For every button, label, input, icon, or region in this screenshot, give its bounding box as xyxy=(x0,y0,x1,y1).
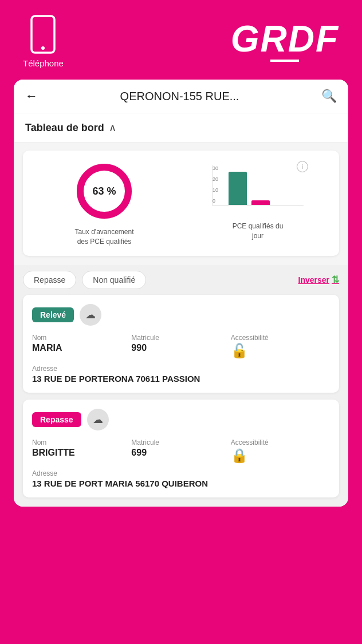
nom-value-1: MARIA xyxy=(32,343,131,353)
non-qualifie-filter-button[interactable]: Non qualifié xyxy=(82,271,146,289)
matricule-value-2: 699 xyxy=(131,448,230,458)
repasse-filter-button[interactable]: Repasse xyxy=(23,271,76,289)
chevron-up-icon: ∧ xyxy=(109,121,116,134)
matricule-label-1: Matricule xyxy=(131,334,230,342)
badge-repasse: Repasse xyxy=(32,412,81,427)
item-card-top-1: Relevé ☁ xyxy=(32,304,330,326)
matricule-block-2: Matricule 699 xyxy=(131,438,230,464)
back-button[interactable]: ← xyxy=(25,89,38,104)
section-header[interactable]: Tableau de bord ∧ xyxy=(14,113,348,143)
top-bar: ← QERONON-155 RUE... 🔍 xyxy=(14,80,348,113)
accessibilite-block-2: Accessibilité 🔒 xyxy=(231,438,330,464)
list-area: Relevé ☁ Nom MARIA Matricule 990 Accessi… xyxy=(14,295,348,507)
address-section-1: Adresse 13 RUE DE PORTERONA 70611 PASSIO… xyxy=(32,365,330,384)
bar-teal xyxy=(229,172,247,205)
matricule-block-1: Matricule 990 xyxy=(131,334,230,359)
lock-open-icon-1: 🔓 xyxy=(231,343,330,359)
bar-chart-description: PCE qualifiés du jour xyxy=(233,222,284,241)
donut-chart-container: 63 % Taux d'avancement des PCE qualifiés xyxy=(32,160,176,247)
phone-section: Téléphone xyxy=(23,14,64,68)
logo-underline xyxy=(270,60,299,62)
nom-block-1: Nom MARIA xyxy=(32,334,131,359)
badge-releve: Relevé xyxy=(32,307,74,322)
bar-chart-area: 30 20 10 0 xyxy=(212,165,304,206)
item-card-top-2: Repasse ☁ xyxy=(32,409,330,430)
adresse-label-2: Adresse xyxy=(32,469,330,477)
accessibilite-label-2: Accessibilité xyxy=(231,438,330,447)
y-axis: 30 20 10 0 xyxy=(213,165,218,205)
nom-label-1: Nom xyxy=(32,334,131,342)
accessibilite-block-1: Accessibilité 🔓 xyxy=(231,334,330,359)
donut-description: Taux d'avancement des PCE qualifiés xyxy=(74,227,133,247)
bar-chart-container: i 30 20 10 0 PCE qualifiés du jour xyxy=(186,165,330,241)
accessibilite-label-1: Accessibilité xyxy=(231,334,330,342)
list-item: Relevé ☁ Nom MARIA Matricule 990 Accessi… xyxy=(23,295,339,393)
nom-block-2: Nom BRIGITTE xyxy=(32,438,131,464)
grdf-logo-container: GRDF xyxy=(231,21,339,62)
search-icon[interactable]: 🔍 xyxy=(321,89,337,104)
inverser-button[interactable]: Inverser ⇅ xyxy=(298,274,339,285)
sort-icon: ⇅ xyxy=(332,274,339,285)
phone-icon xyxy=(29,14,57,55)
item-fields-2: Nom BRIGITTE Matricule 699 Accessibilité… xyxy=(32,438,330,464)
bar-pink xyxy=(251,200,270,205)
list-item: Repasse ☁ Nom BRIGITTE Matricule 699 Acc… xyxy=(23,400,339,497)
nom-label-2: Nom xyxy=(32,438,131,447)
adresse-value-2: 13 RUE DE PORT MARIA 56170 QUIBERON xyxy=(32,479,330,488)
adresse-value-1: 13 RUE DE PORTERONA 70611 PASSION xyxy=(32,374,330,384)
adresse-label-1: Adresse xyxy=(32,365,330,373)
nom-value-2: BRIGITTE xyxy=(32,448,131,458)
matricule-label-2: Matricule xyxy=(131,438,230,447)
bar-chart: i 30 20 10 0 xyxy=(212,165,304,217)
main-card: ← QERONON-155 RUE... 🔍 Tableau de bord ∧… xyxy=(14,80,348,507)
grdf-logo: GRDF xyxy=(231,21,339,57)
phone-label: Téléphone xyxy=(23,58,64,68)
filter-bar: Repasse Non qualifié Inverser ⇅ xyxy=(14,265,348,295)
lock-closed-icon-2: 🔒 xyxy=(231,448,330,464)
donut-chart: 63 % xyxy=(73,160,136,223)
page-title: QERONON-155 RUE... xyxy=(38,90,321,103)
app-header: Téléphone GRDF xyxy=(0,0,362,80)
donut-percent: 63 % xyxy=(92,185,116,197)
cloud-upload-button-1[interactable]: ☁ xyxy=(80,304,101,326)
address-section-2: Adresse 13 RUE DE PORT MARIA 56170 QUIBE… xyxy=(32,469,330,488)
cloud-upload-button-2[interactable]: ☁ xyxy=(87,409,109,430)
item-fields-1: Nom MARIA Matricule 990 Accessibilité 🔓 xyxy=(32,334,330,359)
svg-point-1 xyxy=(41,46,45,50)
dashboard-panel: 63 % Taux d'avancement des PCE qualifiés… xyxy=(23,151,339,256)
section-title: Tableau de bord xyxy=(25,122,104,134)
matricule-value-1: 990 xyxy=(131,343,230,353)
